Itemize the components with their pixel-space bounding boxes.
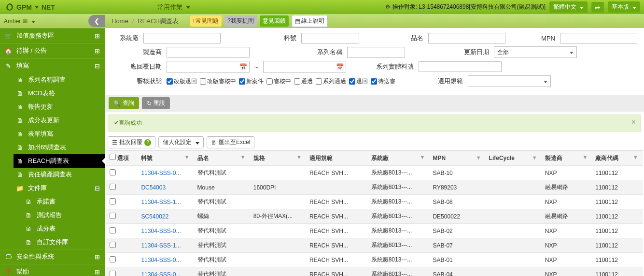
input-maker[interactable] [167, 47, 250, 58]
user-box[interactable]: Amber ✉ [0, 14, 88, 28]
part-link[interactable]: 11304-SSS-1... [141, 199, 181, 205]
checkbox[interactable] [371, 78, 377, 85]
table-row[interactable]: 11304-SSS-1...替代料測試REACH SVH...系統廠8013--… [106, 238, 643, 253]
logo[interactable]: GPM NET [5, 2, 55, 12]
status-check-1[interactable]: 改版審核中 [200, 77, 236, 86]
ask-button[interactable]: ?我要提問 [224, 15, 257, 27]
col-header-part[interactable]: 料號▼ [137, 151, 193, 166]
select-all-checkbox[interactable] [110, 154, 116, 160]
sidebar-item-fill-4[interactable]: 🗎表單填寫 [14, 127, 105, 141]
table-row[interactable]: SC540022螺絲80-外徑MAX(...REACH SVH...系統廠801… [106, 209, 643, 224]
filter-icon[interactable]: ▼ [420, 154, 425, 160]
filter-icon[interactable]: ▼ [476, 155, 481, 160]
select-applicable-spec[interactable] [468, 75, 551, 87]
col-header-maker[interactable]: 製造商▼ [541, 151, 592, 166]
table-row[interactable]: 11304-SSS-1...替代料測試REACH SVH...系統廠8013--… [106, 195, 643, 209]
status-check-0[interactable]: 改版退回 [167, 77, 197, 86]
sidebar-item-doclib[interactable]: 📁文件庫⊟ [14, 181, 105, 195]
checkbox[interactable] [294, 78, 300, 85]
sidebar-item-fill-0[interactable]: 🗎系列名稱調查 [14, 73, 105, 87]
sidebar-item-fill-3[interactable]: 🗎成分表更新 [14, 114, 105, 127]
sidebar-item-doclib-3[interactable]: 🗎自訂文件庫 [14, 235, 105, 249]
part-link[interactable]: 11304-SSS-0... [141, 257, 181, 263]
reset-button[interactable]: ↻重設 [142, 97, 170, 109]
table-row[interactable]: DC54003Mouse1600DPI系統廠8013---...RY89203融… [106, 180, 643, 195]
filter-icon[interactable]: ▼ [633, 154, 638, 160]
input-series-part-no[interactable] [419, 61, 502, 72]
row-checkbox[interactable] [110, 198, 116, 204]
col-header-lifecycle[interactable]: LifeCycle▼ [485, 151, 541, 166]
common-tasks-menu[interactable]: 常用作業 [157, 3, 190, 12]
sidebar-item-fill[interactable]: ✎填寫⊟ [0, 58, 105, 73]
sidebar-item-doclib-2[interactable]: 🗎成分表 [14, 222, 105, 235]
collapse-sidebar-button[interactable]: ❮ [88, 15, 105, 27]
part-link[interactable]: 11304-SSS-1... [141, 242, 181, 249]
part-link[interactable]: 11304-SSS-0... [141, 170, 181, 176]
online-help-button[interactable]: ▤線上說明 [292, 15, 328, 27]
batch-reply-button[interactable]: ☰批次回覆? [108, 136, 155, 148]
faq-button[interactable]: !常見問題 [190, 15, 222, 27]
table-row[interactable]: 11304-SSS-0...替代料測試REACH SVH...系統廠8013--… [106, 253, 643, 267]
sidebar-item-security[interactable]: 🖵安全性與系統⊞ [0, 249, 105, 264]
part-link[interactable]: SC540022 [141, 213, 168, 220]
table-row[interactable]: 11304-SSS-0...替代料測試REACH SVH...系統廠8013--… [106, 267, 643, 276]
language-selector[interactable]: 繁體中文 [549, 1, 588, 13]
status-check-3[interactable]: 審核中 [266, 77, 291, 86]
select-update-date[interactable]: 全部 [494, 46, 577, 58]
breadcrumb-home[interactable]: Home [112, 17, 128, 25]
sidebar-item-fill-2[interactable]: 🗎報告更新 [14, 100, 105, 114]
input-sys-factory[interactable] [143, 33, 221, 44]
input-reply-date-to[interactable]: 📅 [263, 61, 346, 73]
part-link[interactable]: 11304-SSS-0... [141, 271, 181, 276]
input-series-name[interactable] [347, 47, 405, 58]
feedback-button[interactable]: 意見回饋 [260, 15, 289, 27]
col-header-sel[interactable]: 選項 [106, 151, 137, 166]
row-checkbox[interactable] [110, 213, 116, 219]
help-icon[interactable]: ? [144, 139, 151, 146]
checkbox[interactable] [167, 78, 173, 85]
checkbox[interactable] [200, 78, 206, 85]
row-checkbox[interactable] [110, 242, 116, 248]
sidebar-item-fill-6[interactable]: 🗎REACH調查表 [14, 154, 105, 168]
sidebar-item-todo[interactable]: 🏠待辦 / 公告⊞ [0, 43, 105, 58]
sidebar-item-value-zone[interactable]: 🛒加值服務專區⊞ [0, 28, 105, 43]
status-check-7[interactable]: 待送審 [371, 77, 395, 86]
logout-button[interactable]: ➦ [591, 2, 604, 13]
filter-icon[interactable]: ▼ [296, 154, 302, 160]
sidebar-item-doclib-1[interactable]: 🗎測試報告 [14, 208, 105, 222]
sidebar-item-fill-7[interactable]: 🗎責任礦產調查表 [14, 168, 105, 181]
personalize-button[interactable]: 個人化設定 [158, 136, 204, 148]
part-link[interactable]: DC54003 [141, 184, 166, 191]
search-button[interactable]: 🔍查詢 [109, 97, 139, 109]
table-row[interactable]: 11304-SSS-0...替代料測試REACH SVH...系統廠8013--… [106, 166, 643, 180]
grid-wrapper[interactable]: 選項料號▼品名▼規格▼適用規範系統廠▼MPN▼LifeCycle▼製造商▼廠商代… [106, 150, 643, 276]
col-header-name[interactable]: 品名▼ [194, 151, 250, 166]
col-header-spec[interactable]: 規格▼ [250, 151, 306, 166]
input-reply-date-from[interactable]: 📅 [167, 61, 250, 73]
col-header-vendor_code[interactable]: 廠商代碼▼ [591, 151, 642, 166]
input-mpn[interactable] [560, 33, 637, 44]
col-header-mpn[interactable]: MPN▼ [429, 151, 485, 166]
checkbox[interactable] [266, 78, 273, 85]
filter-icon[interactable]: ▼ [532, 155, 537, 160]
row-checkbox[interactable] [110, 271, 116, 276]
checkbox[interactable] [316, 78, 322, 85]
input-part-no[interactable] [301, 33, 359, 44]
status-check-5[interactable]: 系列通過 [316, 77, 346, 86]
row-checkbox[interactable] [110, 256, 116, 262]
status-check-6[interactable]: 退回 [349, 77, 368, 86]
col-header-factory[interactable]: 系統廠▼ [367, 151, 429, 166]
sidebar-item-fill-5[interactable]: 🗎加州65調查表 [14, 141, 105, 154]
export-excel-button[interactable]: 🗎匯出至Excel [207, 136, 254, 148]
sidebar-item-fill-1[interactable]: 🗎MCD表格 [14, 87, 105, 100]
checkbox[interactable] [239, 78, 245, 85]
sidebar-item-doclib-0[interactable]: 🗎承諾書 [14, 195, 105, 208]
row-checkbox[interactable] [110, 169, 116, 175]
version-selector[interactable]: 基本版 [608, 1, 640, 13]
col-header-vendor_name[interactable]: 廠商名稱▼ [642, 151, 643, 166]
row-checkbox[interactable] [110, 227, 116, 233]
col-header-rule[interactable]: 適用規範 [306, 151, 367, 166]
sidebar-item-help[interactable]: ❓幫助⊞ [0, 264, 105, 276]
close-alert-button[interactable]: × [631, 118, 636, 127]
part-link[interactable]: 11304-SSS-0... [141, 228, 181, 234]
